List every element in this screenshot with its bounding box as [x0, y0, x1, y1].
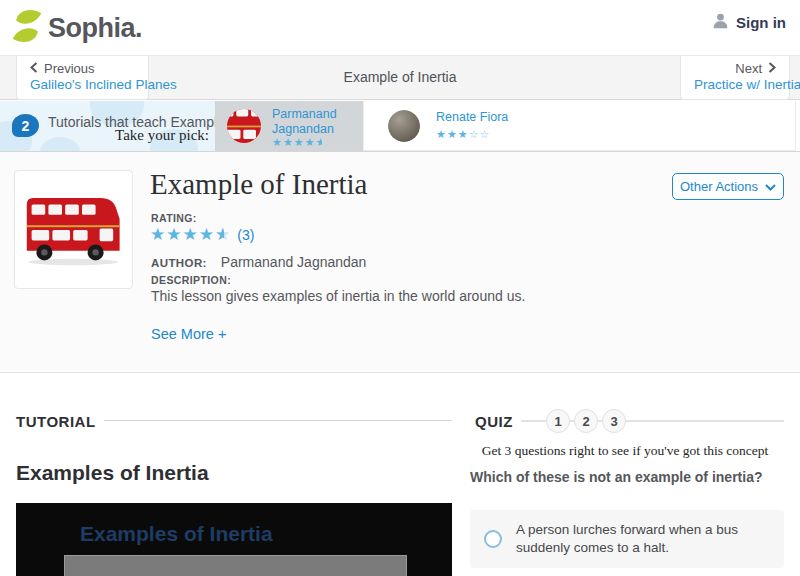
tutor-rating-stars: ★★★☆☆ [436, 128, 490, 141]
sign-in-label: Sign in [736, 14, 786, 31]
answer-option-text: A person lurches forward when a bus sudd… [516, 521, 770, 557]
next-label: Next [735, 61, 762, 76]
top-header: Sophia. Sign in [0, 0, 800, 55]
rating-label: RATING: [151, 212, 197, 224]
tutor-name[interactable]: Parmanand Jagnandan [272, 107, 358, 137]
quiz-step-3[interactable]: 3 [602, 409, 626, 433]
tutor-card-renate[interactable]: Renate Fiora ★★★☆☆ [363, 101, 796, 151]
quiz-answer-option[interactable]: A person lurches forward when a bus sudd… [470, 510, 784, 568]
author-row: AUTHOR: Parmanand Jagnandan [151, 254, 366, 270]
chevron-right-icon [768, 61, 776, 76]
tutor-avatar-sphere-icon [388, 110, 420, 142]
quiz-question: Which of these is not an example of iner… [470, 469, 790, 485]
tutor-name[interactable]: Renate Fiora [436, 110, 636, 125]
lesson-rating: ★★★★★★ (3) [150, 224, 254, 245]
author-name: Parmanand Jagnandan [221, 254, 367, 270]
picker-tagline: Take your pick: [115, 127, 209, 144]
user-icon [712, 12, 729, 33]
lesson-title: Example of Inertia [150, 168, 367, 201]
next-lesson-title: Practice w/ Inertia [694, 77, 776, 92]
lesson-navbar: Previous Galileo's Inclined Planes Examp… [0, 55, 800, 100]
tutor-avatar-bus-icon [227, 109, 261, 143]
tutorial-count-panel: 2 Tutorials that teach Example of Take y… [0, 101, 215, 151]
other-actions-button[interactable]: Other Actions [672, 173, 784, 200]
description-label: DESCRIPTION: [151, 274, 231, 286]
tutor-rating-stars: ★★★★★★ [272, 136, 326, 149]
tutorial-picker-bar: 2 Tutorials that teach Example of Take y… [0, 101, 800, 152]
chevron-down-icon [765, 179, 776, 194]
tutorial-count-badge: 2 [12, 114, 39, 137]
sophia-tutorial-page: Sophia. Sign in Previous Galileo's Incli… [0, 0, 800, 576]
other-actions-label: Other Actions [680, 179, 758, 194]
quiz-step-2[interactable]: 2 [574, 409, 598, 433]
next-lesson-button[interactable]: Next Practice w/ Inertia [680, 56, 790, 100]
rating-count-link[interactable]: (3) [237, 227, 254, 243]
sophia-logo-icon [12, 8, 42, 48]
quiz-tagline: Get 3 questions right to see if you've g… [462, 443, 788, 459]
video-slide-content-box [64, 555, 407, 576]
quiz-step-1[interactable]: 1 [546, 409, 570, 433]
answer-radio-button[interactable] [484, 530, 502, 548]
video-slide-title: Examples of Inertia [80, 522, 273, 546]
lesson-summary-section: Example of Inertia Other Actions RATING:… [0, 152, 800, 373]
tutor-card-parmanand[interactable]: Parmanand Jagnandan ★★★★★★ [215, 101, 363, 151]
lesson-thumbnail-bus-image [14, 170, 133, 289]
sign-in-button[interactable]: Sign in [712, 12, 786, 33]
sophia-logo[interactable]: Sophia. [12, 8, 142, 48]
quiz-section-label: QUIZ [475, 413, 513, 430]
rating-stars: ★★★★★★ [150, 224, 231, 245]
tutorial-heading: Examples of Inertia [16, 461, 209, 485]
sophia-logo-text: Sophia. [48, 13, 142, 44]
tutorial-divider [104, 420, 452, 421]
decorative-blob [40, 137, 80, 151]
tutorial-section-label: TUTORIAL [16, 413, 96, 430]
tutorial-video-player[interactable]: Examples of Inertia [16, 503, 452, 576]
see-more-link[interactable]: See More + [151, 326, 226, 342]
description-text: This lesson gives examples of inertia in… [151, 287, 711, 306]
author-label: AUTHOR: [151, 257, 207, 269]
